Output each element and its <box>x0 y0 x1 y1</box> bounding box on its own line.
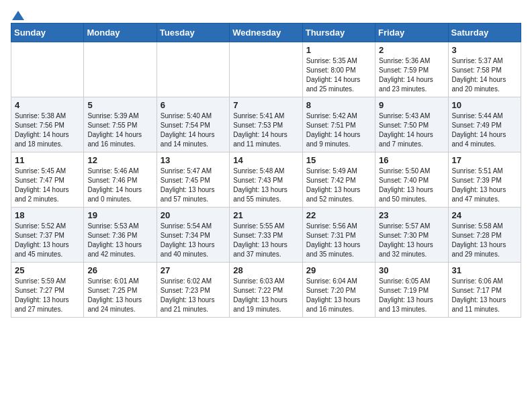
cell-text: and 35 minutes. <box>306 250 371 259</box>
cell-text: and 21 minutes. <box>161 305 226 314</box>
cell-text: Sunset: 7:37 PM <box>15 231 80 240</box>
cell-text: Daylight: 13 hours <box>233 240 298 250</box>
cell-text: Sunset: 7:43 PM <box>233 176 298 185</box>
day-number: 14 <box>233 155 298 165</box>
cell-text: Sunset: 7:40 PM <box>379 176 444 185</box>
cell-text: Sunrise: 5:47 AM <box>161 167 226 176</box>
calendar-cell: 3Sunrise: 5:37 AMSunset: 7:58 PMDaylight… <box>448 42 521 97</box>
cell-text: and 23 minutes. <box>379 85 444 94</box>
cell-text: Sunset: 7:31 PM <box>306 231 371 240</box>
day-number: 17 <box>452 155 517 165</box>
cell-text: Daylight: 13 hours <box>452 240 517 250</box>
calendar-cell <box>230 42 302 97</box>
day-number: 22 <box>306 210 371 220</box>
calendar-week-row: 25Sunrise: 5:59 AMSunset: 7:27 PMDayligh… <box>11 263 521 318</box>
calendar-cell: 11Sunrise: 5:45 AMSunset: 7:47 PMDayligh… <box>11 152 84 208</box>
weekday-header: Tuesday <box>157 24 229 42</box>
cell-text: and 25 minutes. <box>306 85 371 94</box>
cell-text: Sunrise: 5:36 AM <box>379 56 444 66</box>
calendar-cell: 25Sunrise: 5:59 AMSunset: 7:27 PMDayligh… <box>11 263 84 318</box>
cell-text: Sunrise: 5:46 AM <box>87 167 152 176</box>
cell-text: Daylight: 13 hours <box>87 240 152 250</box>
svg-marker-0 <box>12 11 24 20</box>
day-number: 3 <box>452 45 517 55</box>
cell-text: Sunrise: 6:04 AM <box>306 277 371 286</box>
cell-text: Sunset: 7:36 PM <box>87 231 152 240</box>
calendar-table: SundayMondayTuesdayWednesdayThursdayFrid… <box>11 23 521 318</box>
cell-text: and 19 minutes. <box>233 305 298 314</box>
cell-text: Sunset: 7:53 PM <box>233 121 298 130</box>
cell-text: Sunrise: 5:41 AM <box>233 111 298 121</box>
day-number: 11 <box>15 155 80 165</box>
calendar-cell: 16Sunrise: 5:50 AMSunset: 7:40 PMDayligh… <box>375 152 448 208</box>
cell-text: Sunset: 7:28 PM <box>452 231 517 240</box>
cell-text: and 52 minutes. <box>306 195 371 204</box>
cell-text: Sunrise: 5:51 AM <box>452 167 517 176</box>
day-number: 25 <box>15 265 80 275</box>
calendar-cell: 28Sunrise: 6:03 AMSunset: 7:22 PMDayligh… <box>230 263 302 318</box>
cell-text: Daylight: 13 hours <box>306 185 371 195</box>
calendar-cell: 7Sunrise: 5:41 AMSunset: 7:53 PMDaylight… <box>230 97 302 152</box>
cell-text: Sunset: 7:30 PM <box>379 231 444 240</box>
calendar-cell: 8Sunrise: 5:42 AMSunset: 7:51 PMDaylight… <box>302 97 375 152</box>
cell-text: and 20 minutes. <box>452 85 517 94</box>
calendar-cell: 14Sunrise: 5:48 AMSunset: 7:43 PMDayligh… <box>230 152 302 208</box>
cell-text: Daylight: 14 hours <box>452 130 517 140</box>
weekday-header: Wednesday <box>230 24 302 42</box>
calendar-week-row: 1Sunrise: 5:35 AMSunset: 8:00 PMDaylight… <box>11 42 521 97</box>
cell-text: and 50 minutes. <box>379 195 444 204</box>
cell-text: and 40 minutes. <box>161 250 226 259</box>
cell-text: Sunset: 7:47 PM <box>15 176 80 185</box>
cell-text: Sunset: 7:19 PM <box>379 286 444 295</box>
calendar-cell <box>157 42 229 97</box>
cell-text: Daylight: 14 hours <box>306 130 371 140</box>
calendar-cell: 22Sunrise: 5:56 AMSunset: 7:31 PMDayligh… <box>302 208 375 263</box>
calendar-cell: 27Sunrise: 6:02 AMSunset: 7:23 PMDayligh… <box>157 263 229 318</box>
day-number: 31 <box>452 265 517 275</box>
cell-text: and 7 minutes. <box>379 140 444 149</box>
cell-text: Sunset: 7:55 PM <box>87 121 152 130</box>
calendar-cell: 29Sunrise: 6:04 AMSunset: 7:20 PMDayligh… <box>302 263 375 318</box>
calendar-cell: 13Sunrise: 5:47 AMSunset: 7:45 PMDayligh… <box>157 152 229 208</box>
cell-text: Sunrise: 5:35 AM <box>306 56 371 66</box>
calendar-cell: 10Sunrise: 5:44 AMSunset: 7:49 PMDayligh… <box>448 97 521 152</box>
cell-text: Sunrise: 5:45 AM <box>15 167 80 176</box>
cell-text: and 47 minutes. <box>452 195 517 204</box>
cell-text: Sunset: 7:49 PM <box>452 121 517 130</box>
calendar-week-row: 11Sunrise: 5:45 AMSunset: 7:47 PMDayligh… <box>11 152 521 208</box>
cell-text: Sunset: 7:51 PM <box>306 121 371 130</box>
calendar-cell: 6Sunrise: 5:40 AMSunset: 7:54 PMDaylight… <box>157 97 229 152</box>
calendar-cell: 12Sunrise: 5:46 AMSunset: 7:46 PMDayligh… <box>84 152 157 208</box>
cell-text: Sunset: 7:22 PM <box>233 286 298 295</box>
cell-text: Daylight: 14 hours <box>379 75 444 85</box>
day-number: 26 <box>87 265 152 275</box>
cell-text: and 13 minutes. <box>379 305 444 314</box>
cell-text: and 14 minutes. <box>161 140 226 149</box>
day-number: 8 <box>306 100 371 110</box>
cell-text: Sunset: 7:54 PM <box>161 121 226 130</box>
cell-text: Sunrise: 5:39 AM <box>87 111 152 121</box>
cell-text: Sunrise: 5:48 AM <box>233 167 298 176</box>
cell-text: Daylight: 14 hours <box>87 130 152 140</box>
cell-text: Sunset: 7:25 PM <box>87 286 152 295</box>
cell-text: Sunrise: 5:57 AM <box>379 222 444 231</box>
weekday-header: Saturday <box>448 24 521 42</box>
page-header <box>11 11 521 17</box>
cell-text: Daylight: 13 hours <box>379 240 444 250</box>
cell-text: Daylight: 14 hours <box>15 185 80 195</box>
calendar-cell: 1Sunrise: 5:35 AMSunset: 8:00 PMDaylight… <box>302 42 375 97</box>
calendar-cell: 19Sunrise: 5:53 AMSunset: 7:36 PMDayligh… <box>84 208 157 263</box>
cell-text: and 32 minutes. <box>379 250 444 259</box>
cell-text: and 37 minutes. <box>233 250 298 259</box>
day-number: 19 <box>87 210 152 220</box>
cell-text: Sunrise: 5:55 AM <box>233 222 298 231</box>
cell-text: Daylight: 14 hours <box>379 130 444 140</box>
cell-text: Daylight: 13 hours <box>452 185 517 195</box>
calendar-cell <box>84 42 157 97</box>
cell-text: Sunrise: 6:03 AM <box>233 277 298 286</box>
cell-text: Daylight: 14 hours <box>15 130 80 140</box>
cell-text: Sunrise: 6:02 AM <box>161 277 226 286</box>
cell-text: Daylight: 14 hours <box>306 75 371 85</box>
cell-text: Sunset: 7:58 PM <box>452 66 517 75</box>
cell-text: and 45 minutes. <box>15 250 80 259</box>
